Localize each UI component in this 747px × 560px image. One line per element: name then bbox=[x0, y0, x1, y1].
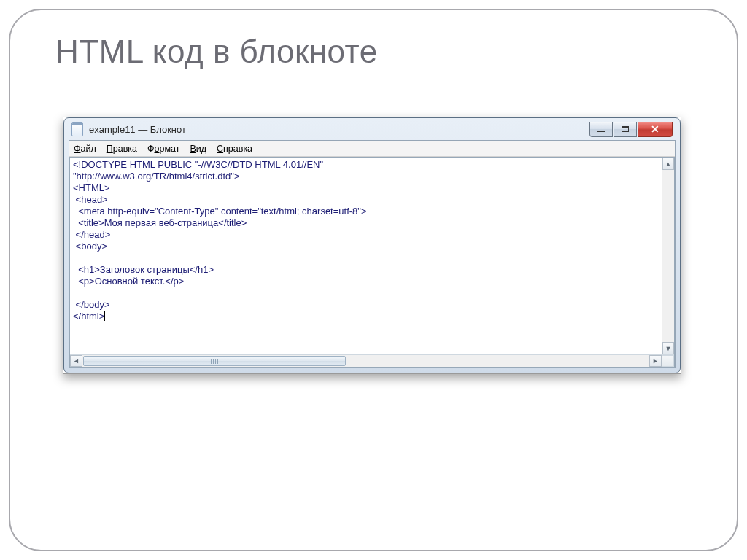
menu-edit[interactable]: Правка bbox=[107, 144, 137, 154]
minimize-icon bbox=[597, 131, 605, 132]
maximize-button[interactable] bbox=[614, 122, 637, 137]
vertical-scrollbar[interactable]: ▲ ▼ bbox=[662, 158, 674, 354]
notepad-window: example11 — Блокнот ✕ Файл Правка Формат… bbox=[63, 117, 681, 373]
page-title: HTML код в блокноте bbox=[55, 34, 378, 70]
client-area: Файл Правка Формат Вид Справка <!DOCTYPE… bbox=[69, 140, 676, 368]
notepad-icon bbox=[71, 122, 83, 136]
scroll-down-button[interactable]: ▼ bbox=[662, 342, 674, 354]
scroll-up-button[interactable]: ▲ bbox=[662, 158, 674, 170]
close-icon: ✕ bbox=[651, 123, 659, 135]
titlebar[interactable]: example11 — Блокнот ✕ bbox=[69, 118, 676, 140]
scroll-left-button[interactable]: ◄ bbox=[70, 355, 82, 367]
window-title: example11 — Блокнот bbox=[89, 124, 589, 135]
close-button[interactable]: ✕ bbox=[638, 122, 673, 137]
menu-format[interactable]: Формат bbox=[147, 144, 179, 154]
menu-file[interactable]: Файл bbox=[74, 144, 96, 154]
editor-shell: <!DOCTYPE HTML PUBLIC "-//W3C//DTD HTML … bbox=[69, 157, 675, 368]
window-controls: ✕ bbox=[589, 122, 673, 137]
window-shadow: example11 — Блокнот ✕ Файл Правка Формат… bbox=[63, 117, 681, 374]
menubar: Файл Правка Формат Вид Справка bbox=[69, 141, 675, 157]
maximize-icon bbox=[622, 126, 629, 132]
menu-view[interactable]: Вид bbox=[190, 144, 206, 154]
text-cursor bbox=[104, 311, 105, 321]
minimize-button[interactable] bbox=[589, 122, 613, 137]
menu-help[interactable]: Справка bbox=[217, 144, 252, 154]
scroll-thumb[interactable] bbox=[83, 356, 346, 366]
text-editor[interactable]: <!DOCTYPE HTML PUBLIC "-//W3C//DTD HTML … bbox=[70, 158, 674, 354]
resize-grip[interactable] bbox=[662, 355, 674, 367]
horizontal-scrollbar[interactable]: ◄ ► bbox=[70, 354, 674, 367]
scroll-right-button[interactable]: ► bbox=[649, 355, 662, 367]
